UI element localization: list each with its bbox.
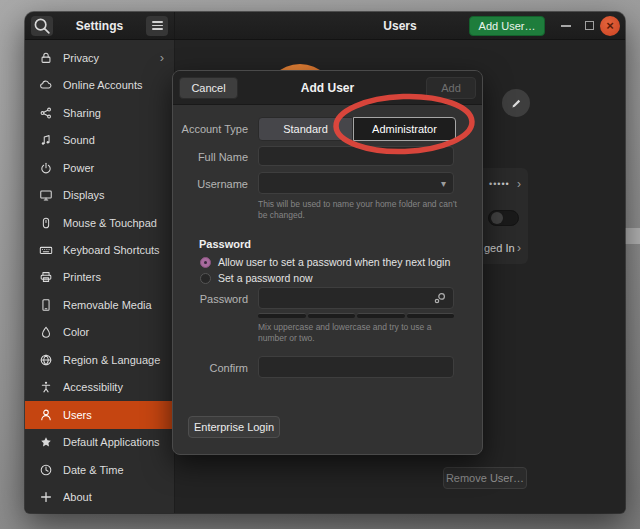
username-field-wrap: ▾ <box>258 172 454 194</box>
sidebar-item-online-accounts[interactable]: Online Accounts <box>25 71 174 98</box>
password-label: Password <box>173 293 248 305</box>
toggle-knob <box>491 212 503 224</box>
radio-set-now-label: Set a password now <box>218 272 313 284</box>
dropdown-arrow-icon[interactable]: ▾ <box>441 178 446 189</box>
chevron-right-icon: › <box>160 50 164 65</box>
generate-password-icon[interactable] <box>432 290 448 306</box>
minimize-button[interactable] <box>561 25 571 27</box>
add-button[interactable]: Add <box>426 77 476 99</box>
full-name-field-wrap <box>258 146 454 166</box>
password-input[interactable] <box>258 287 454 309</box>
star-icon <box>38 434 54 450</box>
sidebar-item-label: Accessibility <box>63 381 164 393</box>
sidebar-item-label: Privacy <box>63 52 151 64</box>
sidebar-item-label: Keyboard Shortcuts <box>63 244 164 256</box>
globe-icon <box>38 352 54 368</box>
account-type-label: Account Type <box>173 123 248 135</box>
user-icon <box>38 407 54 423</box>
password-row[interactable]: ••••• › <box>482 174 528 194</box>
sidebar-item-label: Sharing <box>63 107 164 119</box>
cancel-button[interactable]: Cancel <box>179 77 238 99</box>
close-button[interactable]: × <box>600 16 620 36</box>
sidebar-item-removable-media[interactable]: Removable Media <box>25 291 174 318</box>
logged-in-row[interactable]: ged In › <box>482 238 528 258</box>
add-user-button[interactable]: Add User… <box>469 16 545 36</box>
sidebar-item-color[interactable]: Color <box>25 319 174 346</box>
accessibility-icon <box>38 379 54 395</box>
sidebar-item-accessibility[interactable]: Accessibility <box>25 374 174 401</box>
sidebar-item-about[interactable]: About <box>25 484 174 511</box>
maximize-button[interactable] <box>585 21 594 30</box>
password-strength-meter <box>258 313 454 318</box>
menu-button[interactable] <box>146 16 168 36</box>
sidebar-item-label: Users <box>63 409 164 421</box>
headerbar-left: Settings <box>25 12 175 39</box>
standard-button[interactable]: Standard <box>258 117 353 141</box>
account-type-segmented-control: Standard Administrator <box>258 117 456 141</box>
sidebar-item-keyboard-shortcuts[interactable]: Keyboard Shortcuts <box>25 236 174 263</box>
sidebar-item-default-applications[interactable]: Default Applications <box>25 429 174 456</box>
removable-media-icon <box>38 297 54 313</box>
chevron-right-icon: › <box>517 241 528 255</box>
sidebar-item-label: Removable Media <box>63 299 164 311</box>
radio-unchecked-icon[interactable] <box>200 273 211 284</box>
sidebar-item-users[interactable]: Users <box>25 401 174 428</box>
sidebar-item-sound[interactable]: Sound <box>25 126 174 153</box>
sidebar-item-region-language[interactable]: Region & Language <box>25 346 174 373</box>
headerbar: Settings Users Add User… × <box>25 12 625 40</box>
hamburger-icon <box>152 21 163 30</box>
sidebar-item-privacy[interactable]: Privacy › <box>25 44 174 71</box>
sidebar-item-power[interactable]: Power <box>25 154 174 181</box>
add-user-dialog: Add User Cancel Add Account Type Standar… <box>172 70 483 455</box>
remove-user-button[interactable]: Remove User… <box>443 467 527 489</box>
sidebar-item-label: Date & Time <box>63 464 164 476</box>
sidebar-item-label: Default Applications <box>63 436 164 448</box>
password-section-label: Password <box>199 238 251 250</box>
confirm-input[interactable] <box>258 356 454 378</box>
sidebar-item-date-time[interactable]: Date & Time <box>25 456 174 483</box>
sidebar-item-label: Color <box>63 326 164 338</box>
username-input[interactable] <box>258 172 454 194</box>
username-label: Username <box>173 178 248 190</box>
power-icon <box>38 160 54 176</box>
sidebar-item-sharing[interactable]: Sharing <box>25 99 174 126</box>
pencil-icon <box>510 97 523 110</box>
desktop-backdrop: Settings Users Add User… × Privacy › <box>0 0 640 529</box>
search-button[interactable] <box>31 16 53 36</box>
sidebar-item-label: About <box>63 491 164 503</box>
enterprise-login-button[interactable]: Enterprise Login <box>188 416 280 438</box>
share-icon <box>38 105 54 121</box>
sidebar-item-mouse-touchpad[interactable]: Mouse & Touchpad <box>25 209 174 236</box>
radio-checked-icon[interactable] <box>200 257 211 268</box>
sidebar: Privacy › Online Accounts Sharing Sound … <box>25 40 175 513</box>
search-icon <box>31 15 53 37</box>
music-note-icon <box>38 132 54 148</box>
confirm-label: Confirm <box>173 362 248 374</box>
logged-in-label: ged In <box>482 242 517 254</box>
sidebar-item-displays[interactable]: Displays <box>25 181 174 208</box>
dialog-headerbar: Add User Cancel Add <box>173 71 482 105</box>
username-hint: This will be used to name your home fold… <box>258 199 460 221</box>
chevron-right-icon: › <box>517 177 528 191</box>
password-field-wrap <box>258 287 454 309</box>
radio-row-next-login[interactable]: Allow user to set a password when they n… <box>200 256 450 268</box>
sidebar-item-label: Online Accounts <box>63 79 164 91</box>
sidebar-item-printers[interactable]: Printers <box>25 264 174 291</box>
display-icon <box>38 187 54 203</box>
administrator-button[interactable]: Administrator <box>353 117 456 141</box>
password-dots: ••••• <box>482 179 517 189</box>
color-droplet-icon <box>38 324 54 340</box>
mouse-icon <box>38 215 54 231</box>
full-name-input[interactable] <box>258 146 454 166</box>
automatic-login-toggle[interactable] <box>488 210 519 226</box>
cloud-icon <box>38 77 54 93</box>
full-name-label: Full Name <box>173 151 248 163</box>
sidebar-item-label: Mouse & Touchpad <box>63 217 164 229</box>
app-title: Settings <box>53 19 146 33</box>
edit-avatar-button[interactable] <box>502 89 530 117</box>
plus-icon <box>38 489 54 505</box>
radio-row-set-now[interactable]: Set a password now <box>200 272 313 284</box>
confirm-field-wrap <box>258 356 454 378</box>
sidebar-item-label: Power <box>63 162 164 174</box>
headerbar-main: Users Add User… × <box>175 12 625 39</box>
